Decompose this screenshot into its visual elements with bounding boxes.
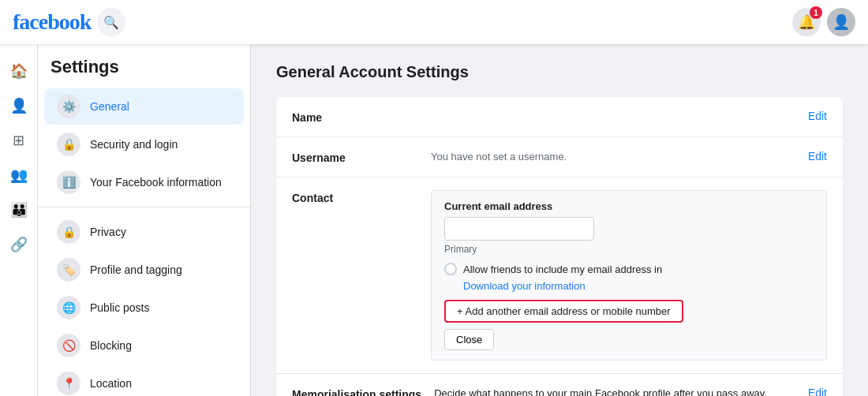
username-value: You have not set a username. [431,151,567,163]
allow-friends-text: Allow friends to include my email addres… [463,263,662,275]
settings-card: Name Edit Username You have not set a us… [276,97,843,396]
top-navigation: facebook 🔍 🔔 1 👤 [0,0,868,44]
memorialisation-edit-link[interactable]: Edit [808,387,827,396]
sidebar-item-label: Blocking [90,339,132,352]
sidebar-item-label: Security and login [90,138,178,151]
user-icon: 👤 [832,13,850,31]
person-icon: 👤 [10,97,28,114]
avatar[interactable]: 👤 [827,8,855,36]
notification-badge: 1 [810,6,822,19]
sidebar-title: Settings [38,57,250,87]
sidebar-item-location[interactable]: 📍 Location [44,365,244,396]
allow-friends-radio[interactable] [444,263,457,275]
name-edit-link[interactable]: Edit [808,110,827,122]
grid-icon: ⊞ [13,132,24,149]
username-row: Username You have not set a username. Ed… [276,137,843,177]
topnav-left: facebook 🔍 [13,8,125,36]
sidebar-item-security[interactable]: 🔒 Security and login [44,126,244,163]
sidebar-icon-friends[interactable]: 👥 [5,161,33,189]
search-icon: 🔍 [103,15,119,30]
primary-label: Primary [444,244,814,255]
sidebar-item-profile-tagging[interactable]: 🏷️ Profile and tagging [44,252,244,288]
sidebar-item-label: Location [90,377,132,390]
page-title: General Account Settings [276,63,843,81]
block-icon: 🚫 [57,334,80,357]
name-action: Edit [808,110,827,122]
tag-icon: 🏷️ [57,258,80,282]
add-email-wrapper: + Add another email address or mobile nu… [444,292,814,323]
sidebar-item-label: Your Facebook information [90,176,222,189]
memorialisation-action: Edit [808,387,827,396]
email-input[interactable] [444,217,594,241]
sidebar-icon-profile[interactable]: 👤 [5,92,33,120]
add-email-button[interactable]: + Add another email address or mobile nu… [444,300,683,323]
contact-content: Current email address Primary Allow frie… [431,190,827,361]
home-icon: 🏠 [10,62,28,80]
sidebar-item-blocking[interactable]: 🚫 Blocking [44,327,244,364]
icon-sidebar: 🏠 👤 ⊞ 👥 👪 🔗 [0,44,38,396]
sidebar-item-label: Profile and tagging [90,263,182,276]
username-action: Edit [808,150,827,163]
close-button[interactable]: Close [444,329,494,350]
memorialisation-label: Memorialisation settings [292,387,421,396]
sidebar-divider [38,207,250,207]
download-info-link[interactable]: Download your information [463,280,814,292]
facebook-logo: facebook [13,9,91,35]
name-label: Name [292,110,418,124]
public-icon: 🌐 [57,296,80,319]
sidebar-icon-home[interactable]: 🏠 [5,57,33,85]
close-wrapper: Close [444,323,814,350]
location-icon: 📍 [57,372,80,395]
main-layout: 🏠 👤 ⊞ 👥 👪 🔗 Settings ⚙️ General 🔒 Securi… [0,44,868,396]
link-icon: 🔗 [10,236,28,253]
name-row: Name Edit [276,97,843,137]
friends-icon: 👥 [10,166,28,184]
info-icon: ℹ️ [57,170,80,194]
settings-sidebar: Settings ⚙️ General 🔒 Security and login… [38,44,251,396]
sidebar-item-public-posts[interactable]: 🌐 Public posts [44,290,244,326]
sidebar-icon-groups[interactable]: 👪 [5,196,33,224]
sidebar-item-label: Privacy [90,226,126,238]
contact-row: Contact Current email address Primary Al… [276,177,843,374]
memorialisation-value: Decide what happens to your main Faceboo… [434,387,767,396]
security-icon: 🔒 [57,133,80,156]
sidebar-icon-link[interactable]: 🔗 [5,230,33,259]
notifications-button[interactable]: 🔔 1 [792,8,821,36]
sidebar-item-label: Public posts [90,301,149,314]
memorialisation-content: Decide what happens to your main Faceboo… [434,387,795,396]
privacy-icon: 🔒 [57,220,80,244]
memorialisation-row: Memorialisation settings Decide what hap… [276,374,843,396]
username-content: You have not set a username. [431,150,795,163]
email-section-label: Current email address [444,200,814,212]
sidebar-item-label: General [90,100,129,113]
search-button[interactable]: 🔍 [97,8,125,36]
sidebar-item-general[interactable]: ⚙️ General [44,88,244,125]
groups-icon: 👪 [10,201,28,219]
general-icon: ⚙️ [57,95,80,118]
topnav-right: 🔔 1 👤 [792,8,855,36]
username-label: Username [292,150,418,164]
contact-expanded: Current email address Primary Allow frie… [431,190,827,361]
contact-label: Contact [292,190,418,204]
sidebar-item-privacy[interactable]: 🔒 Privacy [44,214,244,250]
sidebar-icon-grid[interactable]: ⊞ [5,126,33,155]
allow-friends-row: Allow friends to include my email addres… [444,263,814,275]
username-edit-link[interactable]: Edit [808,150,827,163]
sidebar-item-fb-info[interactable]: ℹ️ Your Facebook information [44,164,244,200]
main-content: General Account Settings Name Edit Usern… [251,44,868,396]
